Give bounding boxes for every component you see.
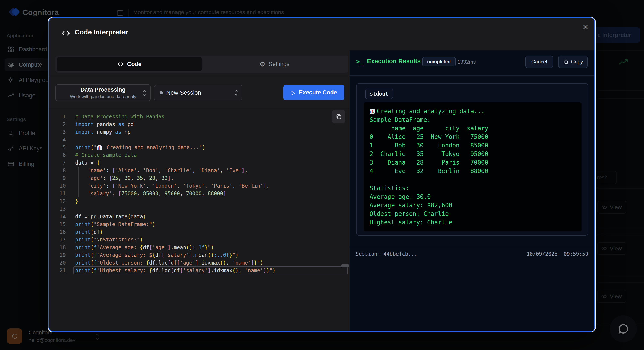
code-line[interactable]: print(f"Highest salary: {df.loc[df['sala… — [75, 267, 276, 274]
code-line[interactable]: 'city': ['New York', 'London', 'Tokyo', … — [75, 182, 276, 190]
gear-icon: ⚙ — [259, 61, 265, 68]
modal-title: Code Interpreter — [75, 28, 128, 36]
execute-code-button[interactable]: ▷ Execute Code — [284, 85, 344, 100]
session-select[interactable]: New Session — [154, 85, 242, 100]
results-header: >_ Execution Results completed 1332ms Ca… — [350, 50, 594, 76]
code-line[interactable]: print(" Creating and analyzing data...") — [75, 144, 276, 151]
divider — [49, 76, 350, 76]
code-lines[interactable]: # Data Processing with Pandasimport pand… — [75, 113, 276, 274]
code-line[interactable]: data = { — [75, 159, 276, 167]
code-line[interactable]: # Create sample data — [75, 151, 276, 159]
stdout-line: 1 Bob 30 London 85000 — [370, 141, 576, 150]
gutter: 123456789101112131415161718192021 — [49, 113, 66, 274]
code-line[interactable] — [75, 136, 276, 144]
code-line[interactable]: 'name': ['Alice', 'Bob', 'Charlie', 'Dia… — [75, 167, 276, 174]
code-line[interactable]: print(f"Average salary: ${df['salary'].m… — [75, 251, 276, 259]
chevron-updown-icon — [234, 89, 238, 97]
code-editor[interactable]: 123456789101112131415161718192021 # Data… — [49, 108, 350, 330]
code-line[interactable]: 'salary': [75000, 85000, 95000, 70000, 8… — [75, 190, 276, 198]
terminal-prompt-icon: >_ — [356, 58, 364, 65]
stdout-line: 3 Diana 28 Paris 70000 — [370, 158, 576, 167]
status-badge: completed — [422, 57, 456, 66]
copy-icon — [336, 113, 342, 120]
stdout-card: stdout Creating and analyzing data...Sam… — [356, 83, 588, 236]
session-id: Session: 44bbefcb... — [356, 251, 418, 257]
code-icon — [62, 29, 70, 38]
code-line[interactable]: print(f"Average age: {df['age'].mean():.… — [75, 244, 276, 251]
scrollbar-thumb[interactable] — [342, 264, 349, 267]
code-line[interactable]: # Data Processing with Pandas — [75, 113, 276, 120]
stdout-line: Average age: 30.0 — [370, 193, 576, 201]
stdout-line: 4 Eve 32 Berlin 88000 — [370, 167, 576, 176]
code-line[interactable]: 'age': [25, 30, 35, 28, 32], — [75, 174, 276, 182]
cancel-button[interactable]: Cancel — [525, 56, 553, 68]
code-line[interactable]: print(f"Oldest person: {df.loc[df['age']… — [75, 259, 276, 267]
stdout-lines: Creating and analyzing data...Sample Dat… — [364, 102, 582, 231]
stdout-line: Oldest person: Charlie — [370, 210, 576, 218]
stdout-line: Statistics: — [370, 184, 576, 193]
tab-bar: Code ⚙ Settings — [56, 56, 348, 73]
bar-chart-emoji — [97, 145, 102, 150]
copy-icon — [563, 59, 568, 65]
tab-code[interactable]: Code — [57, 57, 202, 71]
code-line[interactable]: print("\nStatistics:") — [75, 236, 276, 244]
execution-duration: 1332ms — [458, 59, 476, 65]
code-line[interactable]: import pandas as pd — [75, 120, 276, 128]
chevron-updown-icon — [142, 89, 147, 97]
copy-output-button[interactable]: Copy — [558, 56, 588, 68]
play-icon: ▷ — [291, 89, 296, 96]
stdout-line: Average salary: $82,600 — [370, 201, 576, 210]
results-footer: Session: 44bbefcb... 10/09/2025, 09:59:5… — [350, 247, 594, 262]
results-title: Execution Results — [367, 58, 420, 65]
code-icon — [117, 61, 124, 67]
code-line[interactable]: print("Sample DataFrame:") — [75, 221, 276, 228]
screen: Cognitora Monitor and manage your comput… — [0, 0, 644, 350]
stdout-line: Creating and analyzing data... — [370, 107, 576, 116]
stdout-line: 2 Charlie 35 Tokyo 95000 — [370, 150, 576, 158]
code-line[interactable]: import numpy as np — [75, 128, 276, 136]
code-line[interactable]: df = pd.DataFrame(data) — [75, 213, 276, 221]
close-icon[interactable]: × — [580, 21, 592, 33]
stdout-line — [370, 176, 576, 184]
stdout-line: Sample DataFrame: — [370, 116, 576, 124]
execution-results-panel: >_ Execution Results completed 1332ms Ca… — [350, 50, 594, 331]
stdout-label: stdout — [365, 89, 393, 99]
copy-code-button[interactable] — [332, 110, 345, 123]
session-status-dot — [160, 91, 163, 94]
stdout-line: Highest salary: Charlie — [370, 218, 576, 227]
execution-timestamp: 10/09/2025, 09:59:59 — [527, 251, 588, 257]
stdout-line: name age city salary — [370, 124, 576, 133]
bar-chart-emoji — [370, 109, 375, 114]
tab-settings[interactable]: ⚙ Settings — [202, 57, 347, 71]
template-select[interactable]: Data Processing Work with pandas and dat… — [56, 84, 151, 101]
code-line[interactable]: } — [75, 198, 276, 205]
code-line[interactable] — [75, 205, 276, 213]
stdout-line: 0 Alice 25 New York 75000 — [370, 133, 576, 141]
code-interpreter-modal: Code Interpreter × Code ⚙ Settings Data … — [48, 17, 595, 332]
code-line[interactable]: print(df) — [75, 228, 276, 236]
